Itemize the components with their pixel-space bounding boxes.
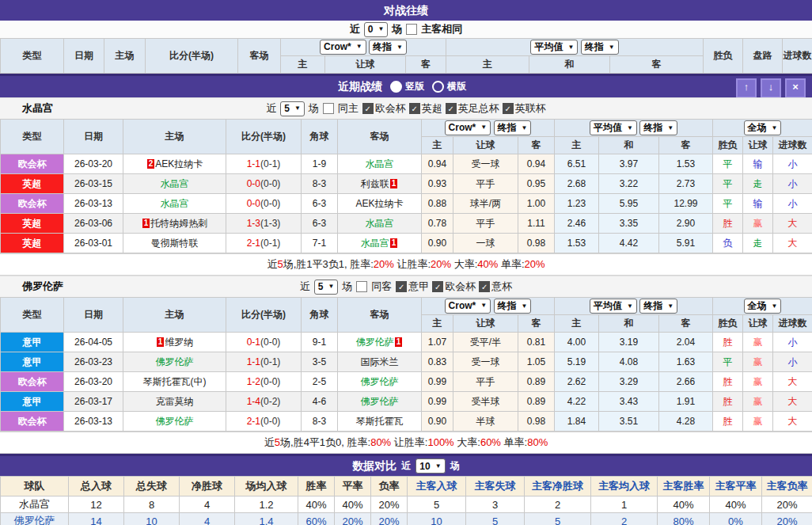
euro-odds-cell: 3.97 bbox=[599, 154, 659, 174]
chevron-down-icon: ▼ bbox=[522, 303, 528, 310]
competition-checkbox[interactable] bbox=[396, 281, 407, 292]
full-match-select[interactable]: 全场▼ bbox=[744, 299, 782, 314]
euro-odds-cell: 3.51 bbox=[599, 412, 659, 432]
asian-odds-group-header: Crow*▼ 终指▼ bbox=[422, 120, 555, 137]
full-match-select[interactable]: 全场▼ bbox=[744, 120, 782, 135]
asian-odds-cell: 受一球 bbox=[453, 154, 518, 174]
data-compare-title: 数据对比 bbox=[352, 459, 397, 474]
h2h-match-count-select[interactable]: 0▼ bbox=[364, 22, 389, 37]
date-header: 日期 bbox=[64, 39, 104, 74]
horizontal-layout-radio[interactable]: 横版 bbox=[432, 80, 466, 93]
handicap-result-cell: 赢 bbox=[743, 372, 773, 392]
final-odds-select-2[interactable]: 终指▼ bbox=[581, 40, 619, 55]
team-match-count-select[interactable]: 5▼ bbox=[280, 101, 305, 116]
summary-segment: 20% bbox=[374, 258, 394, 270]
handicap-result-header: 让球 bbox=[743, 137, 773, 154]
final-odds-select[interactable]: 终指▼ bbox=[494, 120, 532, 135]
half-time-score: (0-0) bbox=[260, 198, 280, 209]
stat-cell: 20% bbox=[762, 496, 812, 513]
asian-odds-cell: 0.98 bbox=[518, 234, 555, 253]
league-type-cell: 英超 bbox=[1, 214, 64, 234]
result-cell: 胜 bbox=[713, 412, 743, 432]
euro-odds-cell: 3.35 bbox=[599, 214, 659, 234]
handicap-result-cell: 赢 bbox=[743, 412, 773, 432]
stat-cell: 60% bbox=[298, 513, 335, 525]
competition-checkbox[interactable] bbox=[479, 281, 490, 292]
bookmaker-select[interactable]: Crow*▼ bbox=[320, 40, 366, 55]
full-time-score: 2-1 bbox=[247, 238, 260, 249]
corner-header: 角球 bbox=[302, 298, 338, 333]
half-time-score: (0-2) bbox=[260, 396, 280, 407]
competition-filter: 意甲 bbox=[396, 280, 429, 294]
vertical-layout-radio[interactable]: 竖版 bbox=[390, 80, 424, 93]
summary-segment: 100% bbox=[427, 436, 453, 448]
same-venue-checkbox[interactable] bbox=[323, 103, 334, 114]
competition-checkbox[interactable] bbox=[409, 103, 420, 114]
away-team-cell: 琴斯托霍瓦 bbox=[338, 412, 422, 432]
match-row: 欧会杯26-03-20琴斯托霍瓦(中)1-2(0-0)2-5佛罗伦萨0.99平手… bbox=[1, 372, 812, 392]
chevron-down-icon: ▼ bbox=[522, 125, 528, 131]
average-odds-select[interactable]: 平均值▼ bbox=[590, 299, 637, 314]
average-odds-select[interactable]: 平均值▼ bbox=[530, 40, 578, 55]
competition-checkbox[interactable] bbox=[446, 103, 457, 114]
final-odds-select[interactable]: 终指▼ bbox=[494, 299, 532, 314]
goals-result-cell: 大 bbox=[773, 392, 812, 412]
score-cell: 2-1(0-1) bbox=[226, 234, 302, 253]
date-header: 日期 bbox=[64, 120, 123, 154]
match-row: 意甲26-03-17克雷莫纳1-4(0-2)4-6佛罗伦萨0.99受半球0.89… bbox=[1, 392, 812, 412]
team-match-count-select[interactable]: 5▼ bbox=[314, 280, 339, 295]
summary-segment: 近 bbox=[264, 436, 275, 448]
result-cell: 平 bbox=[713, 154, 743, 174]
match-row: 意甲26-04-051维罗纳0-1(0-0)9-1佛罗伦萨11.07受平/半0.… bbox=[1, 333, 812, 352]
goals-result-cell: 小 bbox=[773, 352, 812, 372]
final-odds-select-2[interactable]: 终指▼ bbox=[639, 120, 677, 135]
date-cell: 26-03-13 bbox=[64, 412, 123, 432]
goals-header: 进球数 bbox=[773, 315, 812, 333]
competition-label: 欧会杯 bbox=[445, 280, 476, 294]
asian-odds-cell: 1.05 bbox=[518, 352, 555, 372]
asian-odds-cell: 0.90 bbox=[422, 234, 453, 253]
stat-cell: 20% bbox=[371, 513, 408, 525]
full-time-score: 2-1 bbox=[247, 416, 260, 427]
corner-cell: 3-5 bbox=[302, 352, 338, 372]
competition-checkbox[interactable] bbox=[432, 281, 443, 292]
score-cell: 1-1(0-1) bbox=[226, 154, 302, 174]
stat-cell: 40% bbox=[710, 496, 762, 513]
handicap-result-cell: 输 bbox=[743, 154, 773, 174]
move-up-button[interactable]: ↑ bbox=[736, 78, 757, 98]
away-team-cell: 佛罗伦萨 bbox=[338, 392, 422, 412]
matches-unit-label: 场 bbox=[392, 22, 402, 36]
competition-checkbox[interactable] bbox=[503, 103, 514, 114]
final-odds-select[interactable]: 终指▼ bbox=[369, 40, 407, 55]
half-time-score: (0-1) bbox=[260, 356, 280, 367]
goals-result-cell: 小 bbox=[773, 194, 812, 214]
team-name-text: 水晶宫 bbox=[366, 218, 394, 229]
average-odds-select[interactable]: 平均值▼ bbox=[590, 120, 637, 135]
away-team-cell: 水晶宫1 bbox=[338, 234, 422, 253]
team-name-text: 佛罗伦萨 bbox=[156, 416, 194, 427]
matches-unit-label: 场 bbox=[309, 101, 319, 116]
asian-odds-cell: 1.07 bbox=[422, 333, 453, 352]
home-euro-header: 主 bbox=[555, 137, 599, 154]
final-odds-select-2[interactable]: 终指▼ bbox=[639, 299, 677, 314]
near-label: 近 bbox=[401, 459, 411, 473]
score-header: 比分(半场) bbox=[146, 39, 238, 74]
chevron-down-icon: ▼ bbox=[772, 303, 778, 310]
result-cell: 平 bbox=[713, 174, 743, 194]
bookmaker-select[interactable]: Crow*▼ bbox=[445, 120, 491, 135]
bookmaker-select[interactable]: Crow*▼ bbox=[445, 299, 491, 314]
competition-checkbox[interactable] bbox=[362, 103, 374, 114]
home-away-same-checkbox[interactable] bbox=[406, 24, 417, 35]
euro-odds-cell: 6.51 bbox=[555, 154, 599, 174]
draw-header: 和 bbox=[599, 315, 659, 333]
compare-match-count-select[interactable]: 10▼ bbox=[415, 458, 445, 474]
asian-odds-cell: 0.83 bbox=[422, 352, 453, 372]
team-name-text: 托特纳姆热刺 bbox=[150, 218, 207, 229]
same-venue-checkbox[interactable] bbox=[356, 281, 367, 292]
chevron-down-icon: ▼ bbox=[667, 303, 674, 310]
away-team-cell: 国际米兰 bbox=[338, 352, 422, 372]
move-down-button[interactable]: ↓ bbox=[761, 78, 781, 98]
close-button[interactable]: × bbox=[785, 78, 806, 98]
full-time-score: 0-1 bbox=[247, 337, 260, 348]
goals-result-cell: 小 bbox=[773, 333, 812, 352]
